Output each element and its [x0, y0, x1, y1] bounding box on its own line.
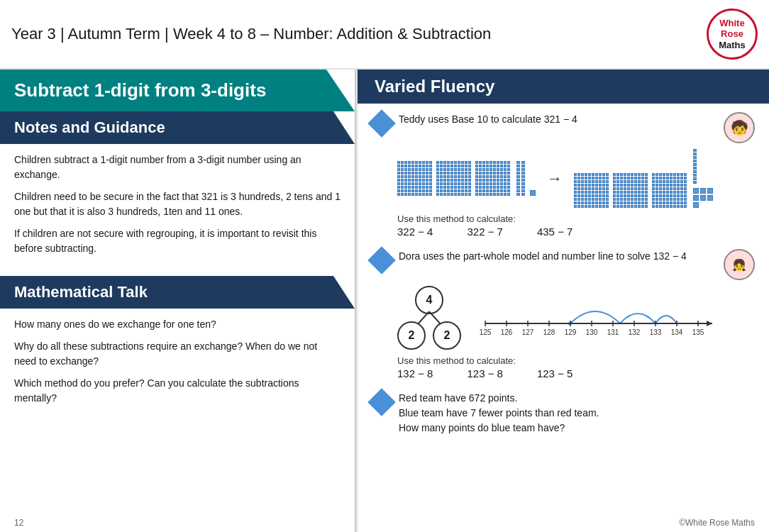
q1-use-method: Use this method to calculate: — [397, 214, 755, 224]
header-title: Year 3 | Autumn Term | Week 4 to 8 – Num… — [11, 25, 491, 43]
math-talk-para-1: How many ones do we exchange for one ten… — [14, 317, 341, 332]
base10-visual: → — [397, 149, 755, 208]
svg-text:130: 130 — [586, 328, 598, 336]
notes-header-title: Notes and Guidance — [14, 118, 341, 137]
svg-text:128: 128 — [543, 328, 555, 336]
base10-before — [397, 161, 536, 196]
q1-calc-2: 322 − 7 — [467, 226, 502, 238]
pw-top: 4 — [415, 286, 443, 314]
page-header: Year 3 | Autumn Term | Week 4 to 8 – Num… — [0, 0, 769, 70]
q3-line-1: Red team have 672 points. — [399, 392, 517, 404]
q2-row: Dora uses the part-whole model and numbe… — [372, 249, 755, 280]
hundred-a3 — [652, 173, 687, 208]
pw-right: 2 — [433, 321, 461, 350]
q1-text: Teddy uses Base 10 to calculate 321 − 4 — [399, 112, 717, 127]
q3-diamond — [367, 388, 396, 416]
hundred-a2 — [613, 173, 648, 208]
ten-after — [693, 149, 697, 184]
question-2: Dora uses the part-whole model and numbe… — [372, 249, 755, 379]
math-talk-title: Mathematical Talk — [14, 283, 341, 301]
q1-calc-1: 322 − 4 — [397, 226, 433, 238]
notes-para-2: Children need to be secure in the fact t… — [14, 189, 341, 219]
svg-text:135: 135 — [692, 328, 704, 336]
math-talk-content: How many ones do we exchange for one ten… — [0, 309, 355, 421]
dora-character: 👧 — [724, 249, 755, 280]
part-whole-model: 4 2 2 — [397, 286, 461, 350]
q2-calc-2: 123 − 8 — [467, 367, 502, 379]
svg-text:132: 132 — [629, 328, 641, 336]
copyright: ©White Rose Maths — [679, 518, 755, 528]
wrm-logo: White Rose Maths — [707, 9, 758, 60]
q1-row: Teddy uses Base 10 to calculate 321 − 4 … — [372, 112, 755, 143]
svg-text:127: 127 — [522, 328, 534, 336]
section-title-bar: Subtract 1-digit from 3-digits — [0, 70, 355, 111]
varied-fluency-header: Varied Fluency — [358, 70, 769, 104]
page-number: 12 — [14, 518, 23, 528]
hundred-a1 — [574, 173, 609, 208]
q3-text: Red team have 672 points. Blue team have… — [399, 391, 755, 436]
q2-diamond — [367, 246, 396, 275]
q2-use-method: Use this method to calculate: — [397, 355, 755, 366]
question-3: Red team have 672 points. Blue team have… — [372, 391, 755, 436]
svg-text:134: 134 — [671, 328, 683, 336]
q2-calculations: 132 − 8 123 − 8 123 − 5 — [397, 367, 755, 379]
notes-para-3: If children are not secure with regroupi… — [14, 226, 341, 256]
q3-line-2: Blue team have 7 fewer points than red t… — [399, 407, 599, 419]
q1-calc-3: 435 − 7 — [537, 226, 572, 238]
svg-text:125: 125 — [480, 328, 492, 336]
q3-row: Red team have 672 points. Blue team have… — [372, 391, 755, 436]
varied-fluency-title: Varied Fluency — [375, 77, 752, 96]
number-line-svg: 125 126 127 128 129 130 13 — [478, 294, 719, 340]
teddy-character: 🧒 — [724, 112, 755, 143]
ten-2 — [521, 161, 525, 196]
hundred-1 — [397, 161, 432, 196]
number-line-container: 125 126 127 128 129 130 13 — [478, 294, 755, 342]
one-1 — [530, 190, 536, 196]
hundred-2 — [436, 161, 471, 196]
left-panel: Subtract 1-digit from 3-digits Notes and… — [0, 70, 355, 532]
hundred-3 — [475, 161, 510, 196]
arrow-right: → — [547, 170, 563, 188]
svg-text:129: 129 — [565, 328, 577, 336]
section-title: Subtract 1-digit from 3-digits — [14, 79, 341, 101]
math-talk-para-3: Which method do you prefer? Can you calc… — [14, 376, 341, 406]
notes-content: Children subtract a 1-digit number from … — [0, 144, 355, 272]
main-content: Subtract 1-digit from 3-digits Notes and… — [0, 70, 769, 532]
base10-after — [574, 149, 713, 208]
notes-header: Notes and Guidance — [0, 111, 355, 144]
svg-marker-4 — [707, 321, 712, 326]
q1-diamond — [367, 109, 396, 138]
pw-left: 2 — [397, 321, 426, 350]
q3-line-3: How many points do blue team have? — [399, 422, 565, 433]
q2-text: Dora uses the part-whole model and numbe… — [399, 249, 717, 264]
question-1: Teddy uses Base 10 to calculate 321 − 4 … — [372, 112, 755, 238]
math-talk-header: Mathematical Talk — [0, 276, 355, 309]
svg-text:133: 133 — [650, 328, 662, 336]
svg-text:131: 131 — [607, 328, 619, 336]
part-whole-area: 4 2 2 — [397, 286, 755, 350]
right-content: Teddy uses Base 10 to calculate 321 − 4 … — [358, 104, 769, 455]
q2-calc-1: 132 − 8 — [397, 367, 433, 379]
notes-para-1: Children subtract a 1-digit number from … — [14, 153, 341, 182]
right-panel: Varied Fluency Teddy uses Base 10 to cal… — [356, 70, 769, 532]
ten-1 — [516, 161, 520, 196]
q2-calc-3: 123 − 5 — [537, 367, 572, 379]
q1-calculations: 322 − 4 322 − 7 435 − 7 — [397, 226, 755, 238]
math-talk-para-2: Why do all these subtractions require an… — [14, 339, 341, 369]
page-footer: 12 ©White Rose Maths — [0, 518, 769, 528]
svg-text:126: 126 — [501, 328, 513, 336]
